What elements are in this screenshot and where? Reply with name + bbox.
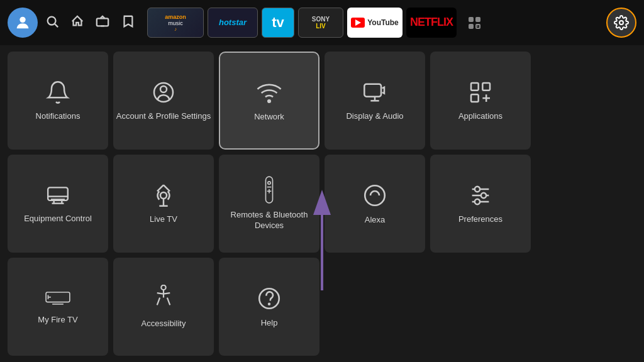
grid-item-remotes-bluetooth[interactable]: Remotes & Bluetooth Devices <box>219 155 319 253</box>
top-bar: amazon music ♪ hotstar tv SONY LIV <box>0 0 644 45</box>
app-tile-sony-liv[interactable]: SONY LIV <box>298 8 343 38</box>
preferences-label: Preferences <box>458 214 502 225</box>
empty-cell-r2c6 <box>536 155 636 253</box>
svg-point-27 <box>268 182 270 184</box>
sliders-icon <box>468 183 493 208</box>
wifi-icon <box>256 79 282 106</box>
user-avatar[interactable] <box>8 8 38 38</box>
svg-line-25 <box>164 185 170 191</box>
fire-tv-icon <box>45 288 70 309</box>
app-tile-amazon-music[interactable]: amazon music ♪ <box>147 8 204 38</box>
svg-point-37 <box>475 199 480 204</box>
nav-icons <box>45 14 135 31</box>
svg-point-35 <box>475 186 480 191</box>
grid-item-help[interactable]: Help <box>219 258 319 356</box>
svg-rect-15 <box>48 187 68 200</box>
empty-cell-r3c6 <box>536 258 636 356</box>
svg-line-24 <box>157 185 164 191</box>
grid-item-accessibility[interactable]: Accessibility <box>113 258 214 356</box>
display-audio-icon <box>362 80 387 105</box>
grid-item-my-fire-tv[interactable]: My Fire TV <box>8 258 108 356</box>
search-icon[interactable] <box>45 14 59 31</box>
live-tv-label: Live TV <box>150 214 177 225</box>
antenna-icon <box>151 183 176 208</box>
app-tile-prime-tv[interactable]: tv <box>262 8 294 38</box>
grid-item-live-tv[interactable]: Live TV <box>113 155 214 253</box>
grid-item-alexa[interactable]: Alexa <box>325 155 425 253</box>
svg-rect-11 <box>482 83 490 90</box>
bell-icon <box>45 80 70 105</box>
alexa-label: Alexa <box>365 215 386 226</box>
alexa-icon <box>362 182 388 209</box>
help-label: Help <box>261 318 278 329</box>
app-shortcuts: amazon music ♪ hotstar tv SONY LIV <box>147 8 601 38</box>
svg-rect-10 <box>471 83 479 90</box>
app-tile-all-apps[interactable]: + <box>460 8 488 38</box>
youtube-label: YouTube <box>367 18 399 27</box>
equipment-control-label: Equipment Control <box>24 214 92 224</box>
display-audio-label: Display & Audio <box>346 111 403 122</box>
svg-point-31 <box>365 185 385 206</box>
tv-icon[interactable] <box>96 14 109 31</box>
svg-point-5 <box>619 21 623 25</box>
grid-item-account-profile[interactable]: Account & Profile Settings <box>113 52 214 150</box>
empty-cell-r3c4 <box>325 258 425 356</box>
app-tile-netflix[interactable]: NETFLIX <box>406 8 457 38</box>
grid-item-applications[interactable]: Applications <box>430 52 531 150</box>
my-fire-tv-label: My Fire TV <box>38 315 77 326</box>
bookmark-icon[interactable] <box>121 14 135 31</box>
network-label: Network <box>254 112 284 123</box>
app-container: amazon music ♪ hotstar tv SONY LIV <box>0 0 644 362</box>
grid-item-network[interactable]: Network <box>219 52 319 150</box>
netflix-label: NETFLIX <box>410 16 453 30</box>
account-profile-label: Account & Profile Settings <box>116 111 211 122</box>
settings-grid-wrapper: Notifications Account & Profile Settings <box>0 45 644 362</box>
home-icon[interactable] <box>70 14 84 31</box>
grid-item-preferences[interactable]: Preferences <box>430 155 531 253</box>
accessibility-label: Accessibility <box>142 319 186 329</box>
remote-icon <box>260 176 278 204</box>
svg-point-0 <box>19 17 25 23</box>
prime-tv-label: tv <box>272 14 284 31</box>
svg-rect-3 <box>97 18 108 26</box>
settings-button[interactable] <box>606 8 636 38</box>
person-arms-icon <box>152 285 175 312</box>
notifications-label: Notifications <box>36 111 80 122</box>
grid-item-notifications[interactable]: Notifications <box>8 52 108 150</box>
grid-item-display-audio[interactable]: Display & Audio <box>325 52 425 150</box>
grid-item-equipment-control[interactable]: Equipment Control <box>8 155 108 253</box>
svg-point-7 <box>160 86 167 92</box>
svg-rect-9 <box>364 84 381 96</box>
question-circle-icon <box>256 285 282 312</box>
svg-point-44 <box>269 303 270 304</box>
svg-rect-12 <box>471 94 479 102</box>
applications-label: Applications <box>458 111 502 122</box>
app-tile-youtube[interactable]: YouTube <box>347 8 402 38</box>
person-circle-icon <box>151 80 176 105</box>
svg-point-1 <box>48 16 56 25</box>
remotes-bluetooth-label: Remotes & Bluetooth Devices <box>219 210 319 231</box>
monitor-icon <box>45 184 70 207</box>
grid-plus-icon <box>468 80 493 105</box>
svg-line-2 <box>55 24 58 27</box>
app-tile-hotstar[interactable]: hotstar <box>208 8 258 38</box>
svg-point-21 <box>160 192 167 199</box>
svg-point-36 <box>481 192 486 197</box>
empty-cell-r3c5 <box>430 258 531 356</box>
svg-point-42 <box>161 285 165 289</box>
empty-cell-r1c6 <box>536 52 636 150</box>
hotstar-label: hotstar <box>219 18 247 28</box>
svg-point-8 <box>268 100 270 102</box>
settings-grid: Notifications Account & Profile Settings <box>0 45 644 362</box>
